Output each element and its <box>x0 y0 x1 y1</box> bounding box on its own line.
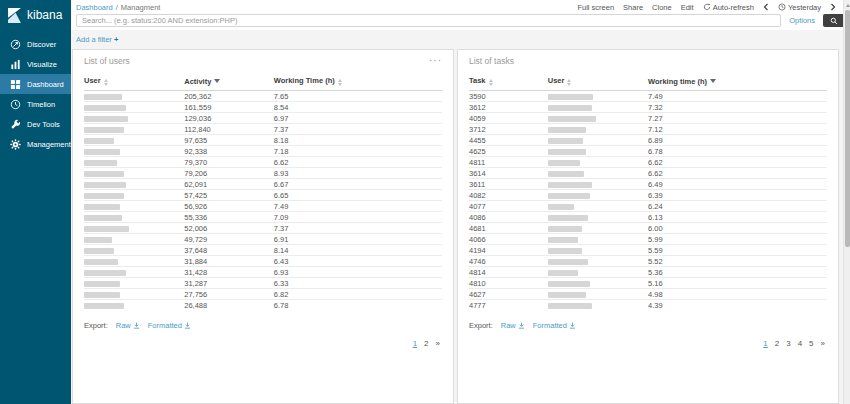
sidebar-item-visualize[interactable]: Visualize <box>0 54 71 74</box>
tasks-pagination: 12345» <box>469 330 827 354</box>
column-header-working-time-h-[interactable]: Working time (h) <box>648 74 827 91</box>
redacted-user-name <box>84 94 122 100</box>
column-header-activity[interactable]: Activity <box>184 74 274 91</box>
management-icon <box>10 139 21 150</box>
column-header-user[interactable]: User <box>84 74 184 91</box>
table-row: 112,8407.37 <box>84 124 442 135</box>
redacted-user-name <box>84 116 128 122</box>
page-button-4[interactable]: 4 <box>798 339 802 348</box>
page-button-5[interactable]: 5 <box>809 339 813 348</box>
redacted-user-name <box>548 149 586 155</box>
breadcrumb-current: Managment <box>121 3 161 12</box>
breadcrumb-separator: / <box>116 3 118 12</box>
sidebar-item-timelion[interactable]: Timelion <box>0 94 71 114</box>
redacted-user-name <box>548 292 586 298</box>
table-row: 37,6488.14 <box>84 245 442 256</box>
add-filter-label: Add a filter <box>76 35 112 44</box>
chevron-left-icon <box>763 3 769 11</box>
table-row: 55,3367.09 <box>84 212 442 223</box>
users-table-body: 205,3627.65161,5598.54129,0366.97112,840… <box>84 91 442 311</box>
sort-icon <box>489 79 493 86</box>
page-button-1[interactable]: 1 <box>413 339 417 348</box>
users-panel: List of users ··· UserActivityWorking Ti… <box>72 49 454 404</box>
edit-button[interactable]: Edit <box>681 3 694 12</box>
full-screen-button[interactable]: Full screen <box>577 3 614 12</box>
add-filter-button[interactable]: Add a filter + <box>76 35 118 44</box>
redacted-user-name <box>548 226 582 232</box>
sidebar-item-management[interactable]: Management <box>0 134 71 154</box>
time-back-button[interactable] <box>763 3 769 11</box>
export-label: Export: <box>469 321 493 330</box>
column-header-working-time-h-[interactable]: Working Time (h) <box>274 74 442 91</box>
table-row: 36116.49 <box>469 179 827 190</box>
users-table-header-row: UserActivityWorking Time (h) <box>84 74 442 91</box>
column-header-task[interactable]: Task <box>469 74 548 91</box>
export-formatted-link[interactable]: Formatted <box>148 321 191 330</box>
redacted-user-name <box>548 105 592 111</box>
sidebar-item-dev-tools[interactable]: Dev Tools <box>0 114 71 134</box>
scrollbar-thumb[interactable] <box>845 10 850 247</box>
redacted-user-name <box>548 270 578 276</box>
page-button-3[interactable]: 3 <box>786 339 790 348</box>
users-panel-header: List of users ··· <box>84 50 442 74</box>
column-header-user[interactable]: User <box>548 74 648 91</box>
export-raw-link[interactable]: Raw <box>501 321 525 330</box>
time-picker-button[interactable]: Yesterday <box>778 3 821 12</box>
download-icon <box>133 322 140 329</box>
redacted-user-name <box>548 303 592 309</box>
next-page-button[interactable]: » <box>436 339 440 348</box>
page-button-2[interactable]: 2 <box>775 339 779 348</box>
redacted-user-name <box>84 138 114 144</box>
kibana-logo[interactable]: kibana <box>0 0 71 30</box>
sidebar-item-dashboard[interactable]: Dashboard <box>0 74 71 94</box>
redacted-user-name <box>84 182 126 188</box>
table-row: 56,9267.49 <box>84 201 442 212</box>
sort-desc-icon <box>710 79 716 83</box>
table-row: 37127.12 <box>469 124 827 135</box>
share-button[interactable]: Share <box>623 3 643 12</box>
redacted-user-name <box>84 204 120 210</box>
table-row: 52,0067.37 <box>84 223 442 234</box>
table-row: 92,3387.18 <box>84 146 442 157</box>
breadcrumb-dashboard-link[interactable]: Dashboard <box>76 3 113 12</box>
page-button-1[interactable]: 1 <box>763 339 767 348</box>
export-raw-link[interactable]: Raw <box>116 321 140 330</box>
redacted-user-name <box>548 248 582 254</box>
download-icon <box>569 322 576 329</box>
redacted-user-name <box>84 270 126 276</box>
search-input[interactable] <box>76 14 781 27</box>
tasks-table: TaskUserWorking time (h) 35907.4936127.3… <box>469 74 827 311</box>
search-bar: Options <box>71 12 850 30</box>
table-row: 161,5598.54 <box>84 102 442 113</box>
options-button[interactable]: Options <box>789 16 815 25</box>
dashboard-icon <box>10 79 21 90</box>
table-row: 46256.78 <box>469 146 827 157</box>
top-nav-bar: Dashboard / Managment Full screen Share … <box>71 0 850 12</box>
next-page-button[interactable]: » <box>821 339 825 348</box>
scroll-up-icon[interactable] <box>844 1 850 9</box>
redacted-user-name <box>84 248 114 254</box>
page-button-2[interactable]: 2 <box>424 339 428 348</box>
clone-button[interactable]: Clone <box>652 3 672 12</box>
table-row: 79,2068.93 <box>84 168 442 179</box>
redacted-user-name <box>84 292 120 298</box>
brand-name: kibana <box>27 8 62 22</box>
table-row: 27,7566.82 <box>84 289 442 300</box>
kibana-logo-icon <box>7 8 22 23</box>
auto-refresh-button[interactable]: Auto-refresh <box>703 3 754 12</box>
time-range-label: Yesterday <box>788 3 821 12</box>
sidebar-item-discover[interactable]: Discover <box>0 34 71 54</box>
redacted-user-name <box>548 259 588 265</box>
window-scrollbar[interactable] <box>843 0 850 404</box>
search-button[interactable] <box>823 14 845 27</box>
sort-icon <box>567 79 571 86</box>
refresh-icon <box>703 3 711 11</box>
redacted-user-name <box>84 193 124 199</box>
download-icon <box>518 322 525 329</box>
table-row: 47774.39 <box>469 300 827 311</box>
time-forward-button[interactable] <box>830 3 836 11</box>
table-row: 79,3706.62 <box>84 157 442 168</box>
export-formatted-link[interactable]: Formatted <box>533 321 576 330</box>
panel-menu-button[interactable]: ··· <box>429 58 442 64</box>
tasks-table-header-row: TaskUserWorking time (h) <box>469 74 827 91</box>
